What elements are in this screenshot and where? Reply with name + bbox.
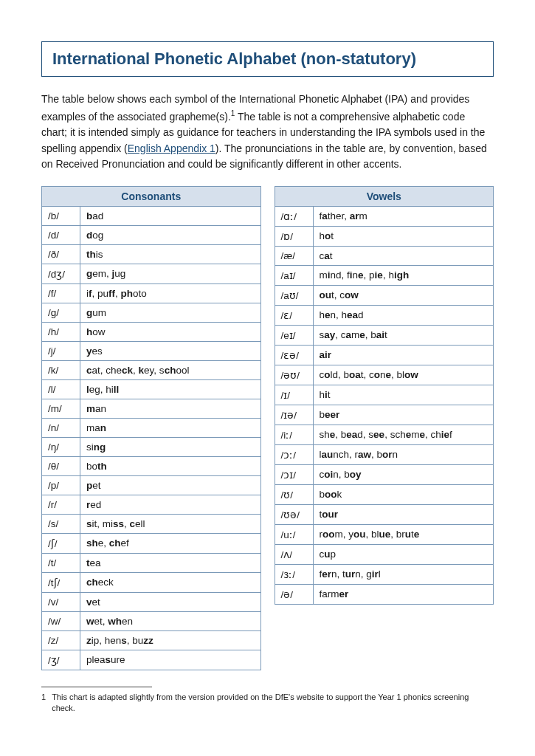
appendix-link[interactable]: English Appendix 1 — [128, 142, 215, 154]
table-row: /ɪə/beer — [275, 405, 494, 425]
consonants-column: Consonants /b/bad/d/dog/ð/this/dʒ/gem, j… — [41, 186, 261, 670]
ipa-symbol: /tʃ/ — [42, 573, 80, 593]
table-row: /b/bad — [42, 207, 261, 226]
ipa-example: pet — [80, 476, 261, 495]
table-row: /m/man — [42, 399, 261, 419]
ipa-symbol: /w/ — [42, 612, 80, 631]
ipa-example: pleasure — [80, 650, 261, 670]
ipa-symbol: /dʒ/ — [42, 264, 80, 284]
table-row: /ɜː/fern, turn, girl — [275, 565, 494, 585]
ipa-example: wet, when — [80, 612, 261, 631]
ipa-example: sing — [80, 438, 261, 457]
ipa-example: hit — [313, 385, 494, 405]
footnote: 1 This chart is adapted slightly from th… — [41, 692, 494, 715]
table-row: /n/man — [42, 419, 261, 438]
footnote-text: This chart is adapted slightly from the … — [52, 692, 494, 715]
ipa-example: mind, fine, pie, high — [313, 266, 494, 286]
ipa-symbol: /b/ — [42, 207, 80, 226]
ipa-example: check — [80, 573, 261, 593]
table-row: /v/vet — [42, 593, 261, 612]
ipa-symbol: /ð/ — [42, 245, 80, 264]
ipa-symbol: /ɑː/ — [275, 207, 313, 227]
consonants-table: Consonants /b/bad/d/dog/ð/this/dʒ/gem, j… — [41, 186, 261, 670]
ipa-example: vet — [80, 593, 261, 612]
ipa-example: how — [80, 323, 261, 342]
table-row: /p/pet — [42, 476, 261, 495]
ipa-example: man — [80, 419, 261, 438]
table-row: /ɑː/father, arm — [275, 207, 494, 227]
table-row: /ʌ/cup — [275, 545, 494, 565]
ipa-symbol: /d/ — [42, 226, 80, 245]
table-row: /w/wet, when — [42, 612, 261, 631]
ipa-symbol: /iː/ — [275, 425, 313, 445]
ipa-symbol: /ʊə/ — [275, 505, 313, 525]
ipa-symbol: /əʊ/ — [275, 365, 313, 385]
ipa-symbol: /n/ — [42, 419, 80, 438]
ipa-example: sit, miss, cell — [80, 515, 261, 534]
table-row: /ɛ/hen, head — [275, 306, 494, 326]
table-row: /t/tea — [42, 554, 261, 573]
table-row: /aʊ/out, cow — [275, 286, 494, 306]
ipa-example: farmer — [313, 585, 494, 605]
title-box: International Phonetic Alphabet (non-sta… — [41, 41, 494, 77]
ipa-example: bad — [80, 207, 261, 226]
table-row: /j/yes — [42, 342, 261, 361]
ipa-symbol: /æ/ — [275, 247, 313, 266]
ipa-symbol: /aʊ/ — [275, 286, 313, 306]
ipa-symbol: /ə/ — [275, 585, 313, 605]
table-row: /θ/both — [42, 457, 261, 476]
ipa-example: yes — [80, 342, 261, 361]
ipa-example: hen, head — [313, 306, 494, 326]
ipa-symbol: /aɪ/ — [275, 266, 313, 286]
vowels-column: Vowels /ɑː/father, arm/ɒ/hot/æ/cat/aɪ/mi… — [275, 186, 494, 605]
ipa-symbol: /s/ — [42, 515, 80, 534]
ipa-example: cup — [313, 545, 494, 565]
ipa-example: both — [80, 457, 261, 476]
table-row: /ð/this — [42, 245, 261, 264]
ipa-example: gem, jug — [80, 264, 261, 284]
ipa-example: tea — [80, 554, 261, 573]
table-row: /ɒ/hot — [275, 227, 494, 247]
ipa-example: cat, check, key, school — [80, 361, 261, 380]
ipa-example: she, bead, see, scheme, chief — [313, 425, 494, 445]
ipa-symbol: /ŋ/ — [42, 438, 80, 457]
table-row: /iː/she, bead, see, scheme, chief — [275, 425, 494, 445]
table-row: /l/leg, hill — [42, 380, 261, 399]
ipa-symbol: /uː/ — [275, 525, 313, 545]
table-row: /ʒ/pleasure — [42, 650, 261, 670]
table-row: /f/if, puff, photo — [42, 284, 261, 303]
ipa-example: leg, hill — [80, 380, 261, 399]
ipa-symbol: /ɪə/ — [275, 405, 313, 425]
vowels-header: Vowels — [275, 187, 494, 207]
ipa-example: coin, boy — [313, 465, 494, 485]
table-row: /əʊ/cold, boat, cone, blow — [275, 365, 494, 385]
ipa-example: red — [80, 495, 261, 515]
page: International Phonetic Alphabet (non-sta… — [0, 0, 535, 744]
table-row: /aɪ/mind, fine, pie, high — [275, 266, 494, 286]
table-row: /h/how — [42, 323, 261, 342]
tables-wrap: Consonants /b/bad/d/dog/ð/this/dʒ/gem, j… — [41, 186, 494, 670]
ipa-example: zip, hens, buzz — [80, 631, 261, 650]
ipa-example: dog — [80, 226, 261, 245]
ipa-symbol: /ɔː/ — [275, 445, 313, 465]
ipa-example: hot — [313, 227, 494, 247]
ipa-symbol: /ɜː/ — [275, 565, 313, 585]
ipa-example: air — [313, 346, 494, 365]
footnote-rule — [41, 687, 152, 687]
ipa-symbol: /ɔɪ/ — [275, 465, 313, 485]
ipa-example: out, cow — [313, 286, 494, 306]
ipa-example: cat — [313, 247, 494, 266]
table-row: /ə/farmer — [275, 585, 494, 605]
ipa-example: beer — [313, 405, 494, 425]
ipa-symbol: /ʊ/ — [275, 485, 313, 505]
ipa-example: she, chef — [80, 534, 261, 554]
ipa-symbol: /eɪ/ — [275, 326, 313, 346]
ipa-symbol: /ɛə/ — [275, 346, 313, 365]
ipa-symbol: /v/ — [42, 593, 80, 612]
page-title: International Phonetic Alphabet (non-sta… — [52, 49, 483, 69]
ipa-symbol: /r/ — [42, 495, 80, 515]
ipa-symbol: /t/ — [42, 554, 80, 573]
table-row: /r/red — [42, 495, 261, 515]
ipa-symbol: /θ/ — [42, 457, 80, 476]
vowels-table: Vowels /ɑː/father, arm/ɒ/hot/æ/cat/aɪ/mi… — [275, 186, 494, 605]
